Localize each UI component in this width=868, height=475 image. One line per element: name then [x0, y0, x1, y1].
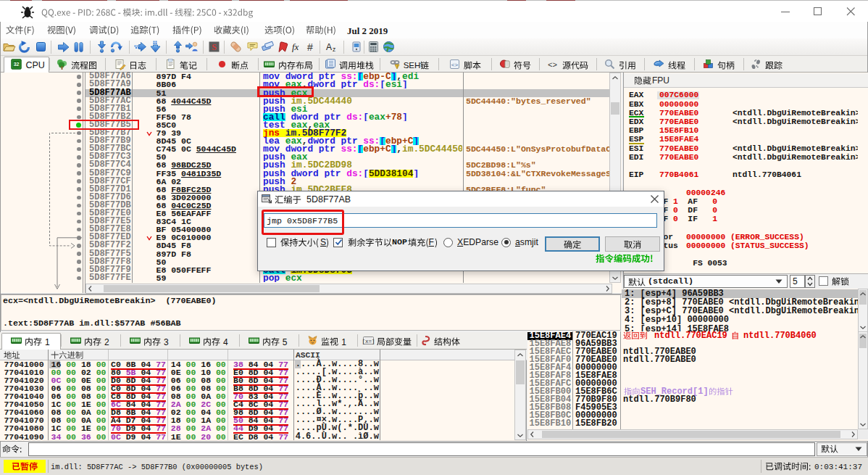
svg-text:[x=]: [x=] — [362, 339, 375, 344]
svg-text:<>: <> — [451, 62, 458, 68]
svg-text:z: z — [333, 46, 335, 53]
svg-text:fx: fx — [292, 41, 299, 52]
svg-text:<>: <> — [548, 61, 557, 70]
svg-text:A: A — [326, 42, 332, 52]
svg-text:!: ! — [396, 65, 397, 69]
svg-text:S: S — [212, 42, 217, 52]
svg-text:#: # — [307, 41, 313, 53]
